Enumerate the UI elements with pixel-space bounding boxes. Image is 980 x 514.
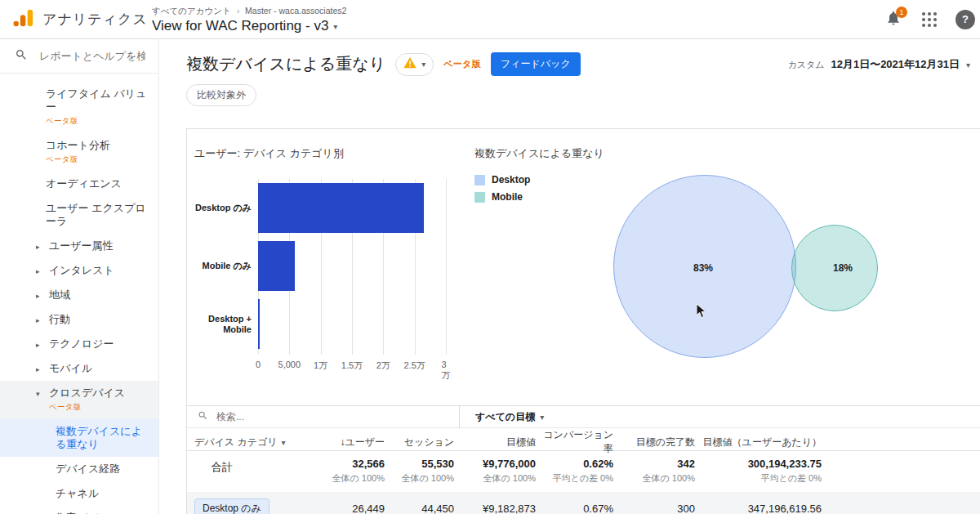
search-icon: [15, 48, 28, 65]
chevron-down-icon: ▾: [421, 60, 425, 69]
chevron-right-icon: ▸: [36, 265, 40, 278]
sidebar-item-user-explorer[interactable]: ユーザー エクスプローラ: [0, 196, 158, 234]
main-content: 複数デバイスによる重なり ▾ ベータ版 フィードバック カスタム 12月1日〜2…: [159, 39, 980, 514]
chevron-right-icon: ▸: [36, 314, 40, 327]
nav-label: モバイル: [49, 362, 92, 374]
nav-label: 行動: [49, 313, 70, 325]
x-tick: 5,000: [278, 360, 301, 369]
nav-label: クロスデバイス: [49, 387, 125, 399]
column-header-users[interactable]: ↓ユーザー: [329, 436, 386, 449]
apps-grid-button[interactable]: [920, 10, 939, 29]
cell-conversion-rate: 0.67%: [537, 503, 615, 514]
sidebar-item-channels[interactable]: チャネル: [0, 481, 158, 506]
table-header-row: デバイス カテゴリ ▾ ↓ユーザー セッション 目標値 コンバージョン率 目標の…: [187, 428, 980, 451]
sidebar-item-mobile[interactable]: ▸ モバイル: [0, 356, 158, 381]
sidebar-search[interactable]: [0, 39, 158, 74]
table-search[interactable]: [187, 406, 460, 427]
total-goal-completions: 342 全体の 100%: [615, 458, 697, 485]
bar-category-label: Mobile のみ: [194, 261, 252, 271]
total-sessions: 55,530 全体の 100%: [386, 458, 456, 485]
column-header-conversion-rate[interactable]: コンバージョン率: [537, 428, 615, 456]
nav-label: ユーザー エクスプローラ: [46, 202, 146, 227]
analytics-app: アナリティクス すべてのアカウント › Master - waca.associ…: [0, 0, 980, 514]
total-users: 32,566 全体の 100%: [329, 458, 386, 485]
sidebar-item-device-overlap[interactable]: 複数デバイスによる重なり: [0, 419, 158, 457]
cell-users: 26,449: [329, 503, 386, 514]
legend-label: Desktop: [492, 174, 530, 185]
x-tick: 3万: [442, 360, 451, 382]
top-bar: アナリティクス すべてのアカウント › Master - waca.associ…: [0, 0, 980, 39]
sidebar-item-behavior[interactable]: ▸ 行動: [0, 307, 158, 332]
date-range-selector[interactable]: カスタム 12月1日〜2021年12月31日 ▾: [787, 57, 970, 72]
chevron-down-icon: ▾: [282, 438, 286, 447]
beta-badge: ベータ版: [46, 153, 150, 166]
sidebar-item-demographics[interactable]: ▸ ユーザー属性: [0, 234, 158, 258]
nav-label: 地域: [49, 288, 70, 301]
cell-goal-value: ¥9,182,873: [456, 503, 537, 514]
table-search-input[interactable]: [216, 411, 380, 422]
help-icon: ?: [956, 10, 975, 29]
bar-category-label: Desktop + Mobile: [194, 314, 252, 335]
cell-goal-completions: 300: [615, 503, 697, 514]
breadcrumb-account[interactable]: すべてのアカウント: [152, 6, 231, 16]
sidebar-search-input[interactable]: [39, 50, 145, 62]
breadcrumb-property[interactable]: Master - waca.associates2: [245, 6, 346, 16]
chevron-right-icon: ▸: [36, 289, 40, 302]
sidebar-item-audience[interactable]: オーディエンス: [0, 172, 158, 196]
column-header-device-category[interactable]: デバイス カテゴリ ▾: [187, 436, 329, 449]
comparison-chip[interactable]: 比較対象外: [186, 84, 256, 106]
sidebar-item-interests[interactable]: ▸ インタレスト: [0, 258, 158, 283]
bar-mobile-only[interactable]: [258, 241, 295, 291]
chevron-down-icon: ▾: [36, 387, 40, 400]
bar-desktop-only[interactable]: [258, 183, 424, 233]
column-header-sessions[interactable]: セッション: [386, 436, 456, 449]
x-tick: 1.5万: [341, 360, 363, 372]
column-header-goal-value[interactable]: 目標値: [456, 436, 537, 449]
sidebar-item-geo[interactable]: ▸ 地域: [0, 283, 158, 307]
device-chip[interactable]: Desktop のみ: [194, 498, 270, 514]
goal-filter-dropdown[interactable]: すべての目標 ▾: [460, 406, 544, 427]
chip-row: 比較対象外: [159, 76, 980, 106]
goal-filter-label: すべての目標: [475, 410, 535, 424]
search-icon: [198, 409, 208, 424]
sidebar: ライフタイム バリュー ベータ版 コホート分析 ベータ版 オーディエンス ユーザ…: [0, 39, 159, 514]
x-tick: 0: [256, 360, 261, 369]
warning-icon: [403, 57, 416, 72]
feedback-button[interactable]: フィードバック: [491, 52, 581, 76]
table-row-desktop-only[interactable]: Desktop のみ 26,449 44,450 ¥9,182,873 0.67…: [187, 493, 980, 514]
logo[interactable]: アナリティクス: [0, 9, 152, 30]
mouse-cursor-icon: [696, 303, 706, 322]
nav-label: 複数デバイスによる重なり: [56, 425, 142, 450]
sidebar-item-device-paths[interactable]: デバイス経路: [0, 457, 158, 481]
column-header-goal-value-per-user[interactable]: 目標値（ユーザーあたり）: [697, 436, 823, 449]
legend-label: Mobile: [492, 191, 523, 203]
total-goal-value: ¥9,776,000 全体の 100%: [456, 458, 537, 485]
bar-chart-plot: Desktop のみ Mobile のみ Desktop + Mobile: [194, 179, 464, 355]
bar-row: Desktop + Mobile: [194, 295, 464, 353]
breadcrumb: すべてのアカウント › Master - waca.associates2: [152, 6, 884, 17]
nav-label: テクノロジー: [49, 337, 114, 350]
cell-sessions: 44,450: [386, 503, 456, 514]
product-name: アナリティクス: [42, 10, 148, 29]
apps-grid-icon: [922, 12, 937, 27]
nav-label: インタレスト: [49, 264, 114, 276]
sidebar-item-lifetime-value[interactable]: ライフタイム バリュー ベータ版: [0, 82, 158, 133]
data-warning-dropdown[interactable]: ▾: [395, 53, 434, 76]
page-header: 複数デバイスによる重なり ▾ ベータ版 フィードバック カスタム 12月1日〜2…: [159, 39, 980, 76]
sidebar-item-technology[interactable]: ▸ テクノロジー: [0, 332, 158, 356]
view-selector[interactable]: View for WAC Reporting - v3 ▾: [152, 18, 884, 34]
x-tick: 2万: [376, 360, 390, 372]
column-header-goal-completions[interactable]: 目標の完了数: [615, 436, 697, 449]
bar-desktop-mobile[interactable]: [258, 299, 260, 349]
topbar-actions: 1 ?: [884, 10, 980, 29]
sidebar-item-cross-device[interactable]: ▾ クロスデバイス ベータ版: [0, 381, 158, 419]
sidebar-item-acquisition-device[interactable]: 集客デバイス: [0, 506, 158, 514]
help-button[interactable]: ?: [956, 10, 975, 29]
venn-chart-title: 複数デバイスによる重なり: [474, 146, 980, 161]
sidebar-item-cohort[interactable]: コホート分析 ベータ版: [0, 133, 158, 172]
venn-percent-mobile: 18%: [833, 262, 853, 274]
notifications-button[interactable]: 1: [884, 10, 903, 29]
analytics-logo-icon: [13, 9, 34, 30]
table-total-row: 合計 32,566 全体の 100% 55,530 全体の 100% ¥9,77…: [187, 451, 980, 493]
chevron-right-icon: ▸: [36, 363, 40, 376]
